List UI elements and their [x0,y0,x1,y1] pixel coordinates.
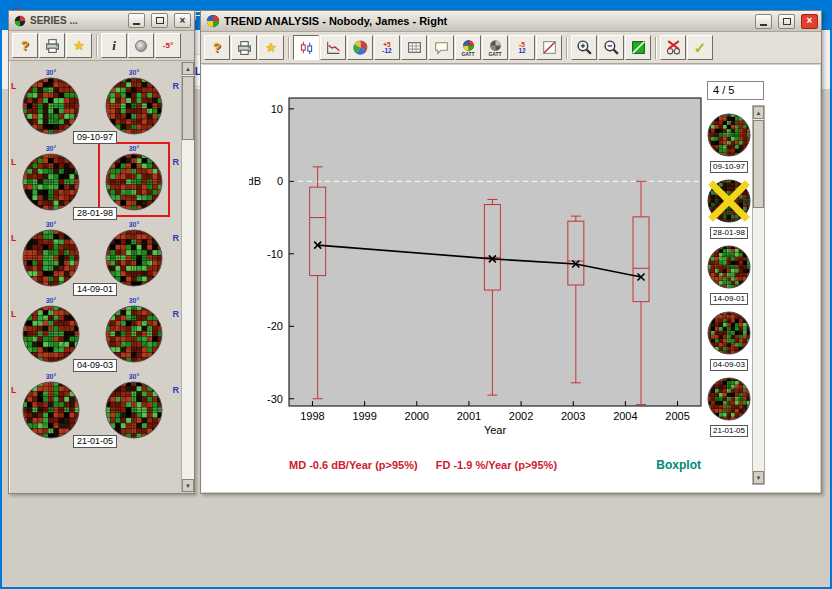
series-row: L R 30° 30° 14-09-01 [10,220,180,296]
series-title-bar[interactable]: SERIES ... × [9,11,194,31]
svg-text:2001: 2001 [457,410,481,422]
svg-text:2003: 2003 [561,410,585,422]
trend-maximize-button[interactable] [778,14,795,29]
series-help-button[interactable]: ? [12,33,38,58]
trend-thumbnail-excluded[interactable]: 28-01-98 [703,177,755,243]
scrollbar-thumb[interactable] [182,76,194,140]
star-icon: ★ [265,41,277,54]
trend-close-button[interactable]: × [801,14,818,29]
exclude-glasses-icon [665,39,682,56]
visual-field-right[interactable]: 30° [100,68,168,139]
series-scrollbar[interactable]: ▲ ▼ [181,62,194,492]
visual-field-right[interactable]: 30° [100,220,168,291]
visual-field-image [105,153,163,211]
gatt-bw-button[interactable]: GATT [482,35,508,60]
trend-minimize-button[interactable] [755,14,772,29]
visual-field-left[interactable]: 30° [17,68,85,139]
exam-counter: 4 / 5 [707,81,764,100]
boxplot-view-button[interactable] [293,35,319,60]
defect-values-icon: +5-12 [382,42,391,54]
scale-values-button[interactable]: -512 [509,35,535,60]
visual-field-right[interactable]: 30° [100,296,168,367]
series-maximize-button[interactable] [151,13,168,28]
trend-thumbnail[interactable]: 14-09-01 [703,243,755,309]
degree-label: 30° [17,296,85,305]
gatt-color-icon [462,39,475,52]
curve-view-button[interactable] [320,35,346,60]
series-minimize-button[interactable] [128,13,145,28]
series-print-button[interactable] [39,33,65,58]
scroll-up-button[interactable]: ▲ [182,62,194,75]
series-info-button[interactable]: i [101,33,127,58]
degree-label: 30° [100,220,168,229]
gatt-color-button[interactable]: GATT [455,35,481,60]
scale-label: -5° [163,41,173,50]
trend-thumbnail[interactable]: 09-10-97 [703,111,755,177]
line-chart-icon [325,39,342,56]
scroll-up-icon: ▲ [756,110,762,116]
series-close-button[interactable]: × [174,13,191,28]
printer-icon [44,37,61,54]
exam-date-label: 14-09-01 [710,293,748,305]
zoom-out-icon [603,39,620,56]
trend-thumbnail[interactable]: 04-09-03 [703,309,755,375]
comment-button[interactable] [428,35,454,60]
trend-window: TREND ANALYSIS - Nobody, James - Right ×… [200,10,822,494]
series-symbol-button[interactable] [128,33,154,58]
visual-field-image [22,77,80,135]
trend-help-button[interactable]: ? [204,35,230,60]
defect-values-button[interactable]: +5-12 [374,35,400,60]
table-values-button[interactable] [401,35,427,60]
pie-view-button[interactable] [347,35,373,60]
eye-right-label: R [173,81,180,91]
eye-right-label: R [173,309,180,319]
zoom-in-button[interactable] [571,35,597,60]
accept-button[interactable]: ✓ [687,35,713,60]
series-favorite-button[interactable]: ★ [66,33,92,58]
gatt-gray-icon [489,39,502,52]
trend-chart: 100-10-20-30dB19981999200020012002200320… [249,82,719,442]
exam-date-label: 09-10-97 [73,131,117,144]
visual-field-left[interactable]: 30° [17,220,85,291]
trend-print-button[interactable] [231,35,257,60]
series-scale-button[interactable]: -5° [155,33,181,58]
thumbnail-scrollbar[interactable]: ▲ ▼ [752,105,765,485]
separator [96,35,97,57]
svg-text:-30: -30 [267,393,283,405]
eye-left-label: L [11,385,17,395]
trend-thumbnail[interactable]: 21-01-05 [703,375,755,441]
trend-window-icon [206,14,220,28]
zoom-in-icon [576,39,593,56]
color-mode-button[interactable] [625,35,651,60]
scroll-down-button[interactable]: ▼ [753,471,764,484]
degree-label: 30° [17,372,85,381]
exclude-exam-button[interactable] [660,35,686,60]
series-row: L R 30° 30° 09-10-97 [10,68,180,144]
degree-label: 30° [100,68,168,77]
trend-title-bar[interactable]: TREND ANALYSIS - Nobody, James - Right × [201,11,821,32]
ruler-button[interactable] [536,35,562,60]
scrollbar-thumb[interactable] [753,120,764,208]
visual-field-left[interactable]: 30° [17,144,85,215]
printer-icon [236,39,253,56]
svg-text:1998: 1998 [300,410,324,422]
exam-date-label: 04-09-03 [73,359,117,372]
visual-field-left[interactable]: 30° [17,372,85,443]
visual-field-right[interactable]: 30° [100,372,168,443]
exam-date-label: 21-01-05 [710,425,748,437]
minimize-icon [760,24,767,26]
zoom-out-button[interactable] [598,35,624,60]
scroll-up-button[interactable]: ▲ [753,106,764,119]
svg-text:0: 0 [277,175,283,187]
gatt-label: GATT [488,52,501,57]
chart-footer: MD -0.6 dB/Year (p>95%) FD -1.9 %/Year (… [289,458,701,472]
trend-favorite-button[interactable]: ★ [258,35,284,60]
scroll-down-button[interactable]: ▼ [182,479,194,492]
visual-field-left[interactable]: 30° [17,296,85,367]
trend-window-title: TREND ANALYSIS - Nobody, James - Right [224,15,749,27]
visual-field-image [22,305,80,363]
degree-label: 30° [17,68,85,77]
info-icon: i [112,39,116,52]
visual-field-right-selected[interactable]: 30° [100,144,168,215]
minimize-icon [133,23,140,25]
